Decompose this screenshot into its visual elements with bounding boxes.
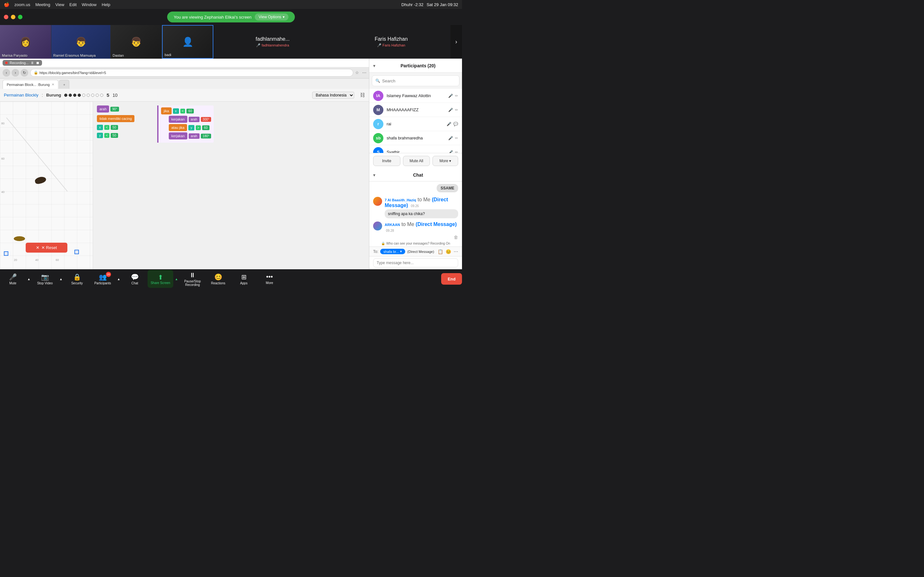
apple-menu[interactable]: 🍎	[4, 2, 9, 7]
reset-button[interactable]: ✕ ✕ Reset	[26, 243, 67, 253]
block-60-2[interactable]: 60	[202, 125, 210, 130]
view-options-button[interactable]: View Options ▾	[255, 13, 288, 21]
screen-share-banner: You are viewing Zephaniah Elikai's scree…	[167, 11, 294, 23]
forward-button[interactable]: ›	[11, 69, 19, 77]
search-input[interactable]	[382, 79, 456, 83]
block-kerjakan-1[interactable]: kerjakan	[169, 116, 187, 123]
menu-view[interactable]: View	[55, 2, 64, 7]
right-panel: ▾ Participants (20) 🔍 IA Islamey Fawwaz …	[369, 59, 462, 269]
toolbar-recording[interactable]: ⏸ Pause/Stop Recording	[180, 270, 205, 288]
file-icon[interactable]: 📋	[438, 249, 443, 254]
video-thumb-dastan[interactable]: 👦 Dastan	[111, 25, 162, 59]
fullscreen-button[interactable]	[18, 15, 23, 19]
emoji-icon[interactable]: 😊	[446, 249, 451, 254]
delete-icon[interactable]: 🗑	[454, 235, 458, 240]
block-300[interactable]: 300°	[201, 117, 212, 122]
back-button[interactable]: ‹	[3, 69, 10, 77]
toolbar-video[interactable]: 📷 Stop Video	[32, 270, 58, 288]
block-180[interactable]: 180°	[201, 134, 212, 139]
block-60-1[interactable]: 60	[186, 109, 194, 113]
participants-search[interactable]: 🔍	[372, 75, 459, 86]
block-kerjakan-2[interactable]: kerjakan	[169, 132, 187, 139]
main-area: Recording... ⏸ ⏹ ‹ › ↻ 🔒 https://blockly…	[0, 59, 462, 269]
block-tidak[interactable]: tidak memiliki cacing	[97, 115, 134, 122]
close-button[interactable]	[4, 15, 8, 19]
sender-baasith: 7 Al Baasith_Haziq	[384, 198, 416, 202]
language-select[interactable]: Bahasa Indonesia	[312, 92, 354, 99]
block-jika[interactable]: jika	[161, 107, 172, 114]
participant-item-m[interactable]: M MHAAAAAAFIZZ 🎤 ✏	[369, 103, 462, 117]
block-50-1[interactable]: 50	[111, 125, 118, 130]
end-button[interactable]: End	[441, 273, 462, 285]
minimize-button[interactable]	[11, 15, 15, 19]
participants-header[interactable]: ▾ Participants (20)	[369, 59, 462, 73]
block-arah[interactable]: arah	[97, 105, 109, 113]
toolbar-participants[interactable]: 👥 Participants 20	[90, 270, 115, 288]
menu-help[interactable]: Help	[102, 2, 110, 7]
more-browser-icon[interactable]: ⋯	[362, 70, 367, 75]
toolbar-share-screen[interactable]: ⬆ Share Screen	[148, 270, 173, 288]
menu-zoom[interactable]: zoom.us	[15, 2, 30, 7]
more-button[interactable]: More ▾	[433, 156, 458, 166]
video-thumb-marisa[interactable]: 👩 Marisa Paryasto	[0, 25, 51, 59]
mute-arrow[interactable]: ▲	[26, 270, 32, 288]
menu-edit[interactable]: Edit	[69, 2, 76, 7]
to-badge[interactable]: shafa br... ▾	[380, 249, 405, 254]
refresh-button[interactable]: ↻	[21, 69, 28, 77]
pause-icon[interactable]: ⏸	[31, 61, 34, 65]
participant-item-rai[interactable]: r rai 🎤 💬	[369, 117, 462, 131]
chat-toolbar-label: Chat	[131, 282, 138, 285]
toolbar-mute[interactable]: 🎤 Mute	[0, 270, 26, 288]
toolbar-chat[interactable]: 💬 Chat	[122, 270, 148, 288]
video-thumb-badi[interactable]: 👤 badi	[162, 25, 213, 59]
block-arah-3[interactable]: arah	[189, 133, 200, 139]
block-lt1[interactable]: <	[104, 125, 110, 130]
more-icon: •••	[266, 273, 273, 280]
video-arrow[interactable]: ▲	[58, 270, 64, 288]
tab-close-blockly[interactable]: ✕	[52, 83, 54, 86]
stop-icon[interactable]: ⏹	[36, 61, 39, 65]
block-50-2[interactable]: 50	[111, 133, 118, 138]
toolbar-apps[interactable]: ⊞ Apps	[231, 270, 257, 288]
participant-item-sb[interactable]: sb shafa brahmaredha 🎤 ✏	[369, 131, 462, 145]
menu-window[interactable]: Window	[82, 2, 97, 7]
block-atau-jika[interactable]: atau jika	[169, 124, 187, 131]
participant-item-ia[interactable]: IA Islamey Fawwaz Aliottin 🎤 ✏	[369, 89, 462, 103]
toolbar-more[interactable]: ••• More	[257, 270, 282, 288]
block-gt[interactable]: >	[196, 125, 201, 130]
link-icon[interactable]: ⛓	[360, 92, 365, 98]
invite-button[interactable]: Invite	[373, 156, 401, 166]
bookmark-icon[interactable]: ☆	[355, 70, 359, 75]
block-arah-2[interactable]: arah	[189, 117, 200, 122]
chat-icon-rai: 💬	[453, 122, 458, 126]
mute-all-button[interactable]: Mute All	[403, 156, 430, 166]
video-thumb-ramiel[interactable]: 👦 Ramiel Erasmus Mamuaya	[51, 25, 111, 59]
blockly-title[interactable]: Permainan Blockly	[4, 93, 39, 97]
avatar-baasith	[373, 197, 382, 206]
tab-new[interactable]: +	[59, 80, 69, 89]
block-lt3[interactable]: <	[180, 109, 186, 113]
block-y[interactable]: y	[97, 133, 103, 138]
participants-arrow[interactable]: ▲	[115, 270, 122, 288]
block-90[interactable]: 90°	[110, 107, 119, 111]
address-bar[interactable]: 🔒 https://blockly.games/bird?lang=id&lev…	[30, 69, 353, 77]
toolbar-security[interactable]: 🔒 Security	[64, 270, 90, 288]
thumb-name-marisa: Marisa Paryasto	[2, 53, 27, 57]
recording-label: Pause/Stop Recording	[180, 279, 205, 287]
chat-input[interactable]	[373, 258, 458, 268]
participant-item-syathir[interactable]: S Syathir 🎤 ✏	[369, 145, 462, 153]
icons-m: 🎤 ✏	[448, 108, 458, 112]
tab-blockly[interactable]: Permainan Block... :Burung ✕	[3, 80, 58, 89]
block-x2[interactable]: x	[173, 108, 179, 114]
block-y2[interactable]: y	[188, 125, 194, 131]
block-x[interactable]: x	[97, 125, 103, 130]
chat-header[interactable]: ▾ Chat	[369, 169, 462, 181]
video-strip: 👩 Marisa Paryasto 👦 Ramiel Erasmus Mamua…	[0, 25, 462, 59]
more-chat-icon[interactable]: ⋯	[454, 249, 458, 254]
recording-dot	[5, 61, 8, 64]
share-arrow[interactable]: ▲	[173, 270, 180, 288]
strip-next-arrow[interactable]: ›	[451, 25, 462, 58]
block-lt2[interactable]: <	[104, 133, 110, 138]
toolbar-reactions[interactable]: 😊 Reactions	[205, 270, 231, 288]
menu-meeting[interactable]: Meeting	[35, 2, 50, 7]
